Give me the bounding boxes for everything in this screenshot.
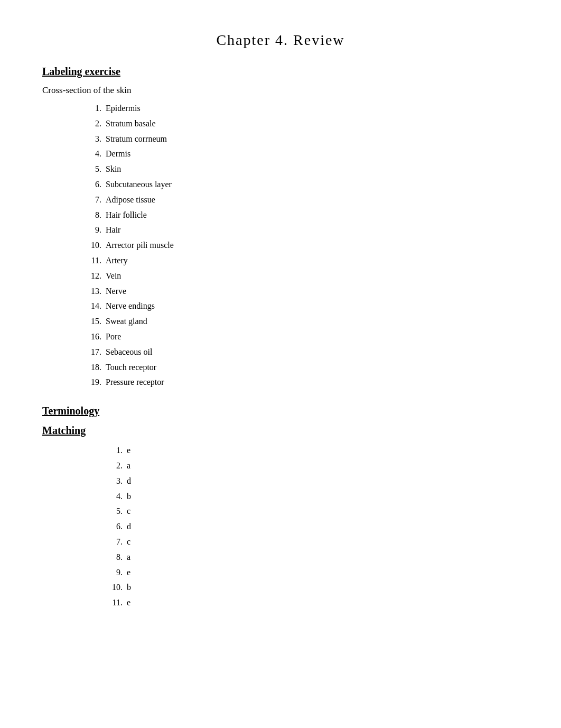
matching-list-item: 2.a xyxy=(106,459,519,473)
match-number: 4. xyxy=(106,490,123,503)
item-number: 11. xyxy=(85,254,101,268)
match-number: 8. xyxy=(106,551,123,564)
match-number: 5. xyxy=(106,505,123,518)
terminology-section: Terminology xyxy=(42,405,519,417)
item-label: Sweat gland xyxy=(106,317,147,326)
match-answer: b xyxy=(127,583,131,592)
item-label: Hair xyxy=(106,225,120,234)
item-label: Arrector pili muscle xyxy=(106,241,174,250)
item-number: 5. xyxy=(85,163,101,176)
labeling-list-item: 10.Arrector pili muscle xyxy=(85,239,519,252)
matching-list-item: 4.b xyxy=(106,490,519,503)
item-number: 17. xyxy=(85,346,101,359)
labeling-list-item: 15.Sweat gland xyxy=(85,315,519,328)
labeling-list: 1.Epidermis2.Stratum basale3.Stratum cor… xyxy=(85,102,519,389)
item-label: Dermis xyxy=(106,149,130,158)
labeling-list-item: 14.Nerve endings xyxy=(85,300,519,313)
page-title: Chapter 4. Review xyxy=(42,32,519,49)
item-number: 3. xyxy=(85,133,101,146)
match-answer: e xyxy=(127,446,130,455)
item-number: 4. xyxy=(85,148,101,161)
match-answer: a xyxy=(127,461,130,470)
labeling-list-item: 6.Subcutaneous layer xyxy=(85,178,519,191)
labeling-list-item: 1.Epidermis xyxy=(85,102,519,115)
matching-list-item: 7.c xyxy=(106,536,519,549)
item-label: Touch receptor xyxy=(106,363,156,372)
match-answer: d xyxy=(127,522,131,531)
matching-list-item: 5.c xyxy=(106,505,519,518)
terminology-heading: Terminology xyxy=(42,405,519,417)
matching-list-item: 6.d xyxy=(106,520,519,533)
labeling-exercise-heading: Labeling exercise xyxy=(42,66,519,78)
labeling-list-item: 2.Stratum basale xyxy=(85,117,519,131)
match-answer: e xyxy=(127,598,130,607)
item-number: 6. xyxy=(85,178,101,191)
item-label: Nerve endings xyxy=(106,301,155,310)
labeling-list-item: 13.Nerve xyxy=(85,285,519,298)
labeling-list-item: 9.Hair xyxy=(85,224,519,237)
matching-list-item: 3.d xyxy=(106,475,519,488)
item-number: 1. xyxy=(85,102,101,115)
labeling-list-item: 12.Vein xyxy=(85,270,519,283)
match-number: 6. xyxy=(106,520,123,533)
match-answer: a xyxy=(127,552,130,561)
item-label: Pressure receptor xyxy=(106,377,164,386)
item-label: Skin xyxy=(106,164,121,173)
item-label: Adipose tissue xyxy=(106,195,155,204)
item-label: Sebaceous oil xyxy=(106,347,152,356)
item-number: 9. xyxy=(85,224,101,237)
matching-list-item: 11.e xyxy=(106,596,519,610)
item-label: Epidermis xyxy=(106,104,141,113)
labeling-list-item: 5.Skin xyxy=(85,163,519,176)
matching-list-item: 8.a xyxy=(106,551,519,564)
item-number: 16. xyxy=(85,330,101,344)
item-number: 15. xyxy=(85,315,101,328)
item-label: Stratum corrneum xyxy=(106,134,167,143)
match-number: 10. xyxy=(106,581,123,594)
labeling-list-item: 16.Pore xyxy=(85,330,519,344)
cross-section-subheading: Cross-section of the skin xyxy=(42,85,519,96)
item-label: Subcutaneous layer xyxy=(106,180,172,189)
matching-list-item: 1.e xyxy=(106,444,519,457)
match-answer: c xyxy=(127,506,130,515)
item-label: Artery xyxy=(106,256,128,265)
labeling-exercise-section: Labeling exercise Cross-section of the s… xyxy=(42,66,519,389)
matching-list: 1.e2.a3.d4.b5.c6.d7.c8.a9.e10.b11.e xyxy=(106,444,519,610)
item-number: 19. xyxy=(85,376,101,389)
match-number: 11. xyxy=(106,596,123,610)
matching-heading: Matching xyxy=(42,425,519,437)
item-number: 12. xyxy=(85,270,101,283)
matching-list-item: 10.b xyxy=(106,581,519,594)
match-number: 7. xyxy=(106,536,123,549)
item-number: 18. xyxy=(85,361,101,374)
labeling-list-item: 17.Sebaceous oil xyxy=(85,346,519,359)
item-label: Vein xyxy=(106,271,121,280)
match-number: 9. xyxy=(106,566,123,579)
item-label: Stratum basale xyxy=(106,119,156,128)
item-number: 13. xyxy=(85,285,101,298)
match-answer: e xyxy=(127,568,130,577)
item-number: 2. xyxy=(85,117,101,131)
item-label: Hair follicle xyxy=(106,210,147,219)
matching-section: Matching 1.e2.a3.d4.b5.c6.d7.c8.a9.e10.b… xyxy=(42,425,519,610)
labeling-list-item: 8.Hair follicle xyxy=(85,209,519,222)
match-answer: c xyxy=(127,537,130,546)
item-number: 14. xyxy=(85,300,101,313)
match-number: 2. xyxy=(106,459,123,473)
labeling-list-item: 11.Artery xyxy=(85,254,519,268)
item-number: 8. xyxy=(85,209,101,222)
match-number: 3. xyxy=(106,475,123,488)
labeling-list-item: 7.Adipose tissue xyxy=(85,193,519,207)
labeling-list-item: 18.Touch receptor xyxy=(85,361,519,374)
labeling-list-item: 4.Dermis xyxy=(85,148,519,161)
match-answer: d xyxy=(127,476,131,485)
labeling-list-item: 19.Pressure receptor xyxy=(85,376,519,389)
item-label: Pore xyxy=(106,332,121,341)
item-number: 10. xyxy=(85,239,101,252)
matching-list-item: 9.e xyxy=(106,566,519,579)
item-number: 7. xyxy=(85,193,101,207)
match-answer: b xyxy=(127,492,131,501)
match-number: 1. xyxy=(106,444,123,457)
item-label: Nerve xyxy=(106,287,126,296)
labeling-list-item: 3.Stratum corrneum xyxy=(85,133,519,146)
